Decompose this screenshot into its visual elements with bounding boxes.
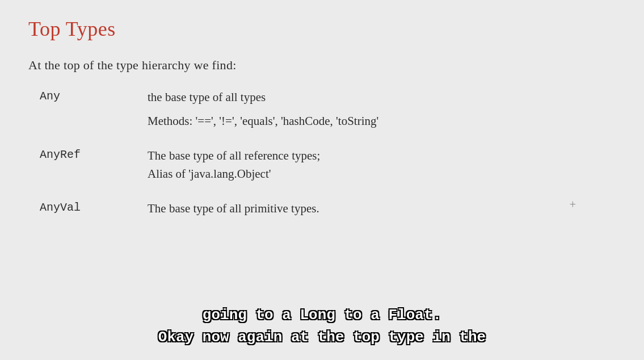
type-table: Any the base type of all types Methods: … [28,89,616,235]
type-description-text: The base type of all primitive types. [148,202,319,215]
type-description-text: the base type of all types [148,90,266,104]
type-name-any: Any [28,89,148,147]
subtitle-area: going to a Long to a Float. Okay now aga… [0,304,644,349]
type-name-anyval: AnyVal [28,200,148,235]
type-desc-anyref: The base type of all reference types;Ali… [148,147,616,200]
type-methods-text: Methods: '==', '!=', 'equals', 'hashCode… [148,112,616,131]
slide-container: Top Types At the top of the type hierarc… [0,0,644,360]
type-name-label: Any [40,90,60,103]
type-name-label: AnyRef [40,148,81,161]
plus-icon: + [570,198,576,211]
subtitle-line1: going to a Long to a Float. [45,304,599,326]
slide-title: Top Types [28,17,616,41]
intro-text: At the top of the type hierarchy we find… [28,58,616,73]
type-description-text: The base type of all reference types;Ali… [148,149,320,181]
type-row-anyref: AnyRef The base type of all reference ty… [28,147,616,200]
type-desc-anyval: The base type of all primitive types. [148,200,616,235]
subtitle-line2: Okay now again at the top type in the [45,326,599,349]
type-row-anyval: AnyVal The base type of all primitive ty… [28,200,616,235]
type-name-label: AnyVal [40,201,81,214]
type-desc-any: the base type of all types Methods: '=='… [148,89,616,147]
type-name-anyref: AnyRef [28,147,148,200]
type-row-any: Any the base type of all types Methods: … [28,89,616,147]
